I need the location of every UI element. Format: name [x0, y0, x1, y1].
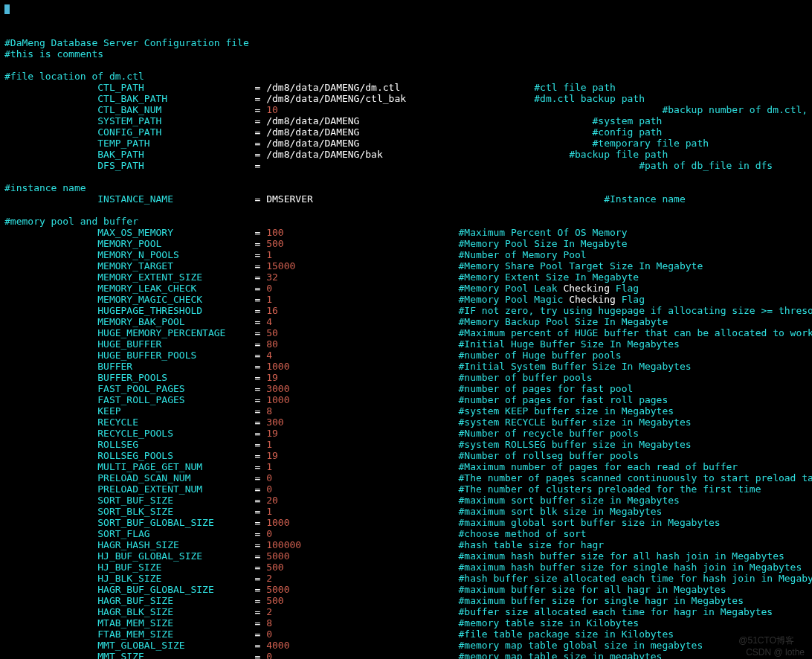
config-row: MTAB_MEM_SIZE = 8 #memory table size in …	[0, 617, 812, 629]
config-row: MULTI_PAGE_GET_NUM = 1 #Maximum number o…	[0, 461, 812, 472]
config-row: MEMORY_EXTENT_SIZE = 32 #Memory Extent S…	[0, 271, 812, 283]
config-row: KEEP = 8 #system KEEP buffer size in Meg…	[0, 405, 812, 417]
config-row: CTL_PATH = /dm8/data/DAMENG/dm.ctl #ctl …	[0, 82, 812, 93]
section-title: #memory pool and buffer	[0, 216, 812, 227]
config-row: HAGR_BLK_SIZE = 2 #buffer size allocated…	[0, 606, 812, 617]
config-row: TEMP_PATH = /dm8/data/DAMENG #temporary …	[0, 138, 812, 149]
config-row: MEMORY_N_POOLS = 1 #Number of Memory Poo…	[0, 249, 812, 260]
config-row: FAST_POOL_PAGES = 3000 #number of pages …	[0, 383, 812, 394]
config-row: ROLLSEG_POOLS = 19 #Number of rollseg bu…	[0, 450, 812, 461]
config-row: BUFFER_POOLS = 19 #number of buffer pool…	[0, 372, 812, 383]
config-row: HAGR_HASH_SIZE = 100000 #hash table size…	[0, 539, 812, 550]
config-row: MEMORY_LEAK_CHECK = 0 #Memory Pool Leak …	[0, 283, 812, 294]
config-row: SORT_BUF_SIZE = 20 #maximum sort buffer …	[0, 495, 812, 506]
config-row: MMT_GLOBAL_SIZE = 4000 #memory map table…	[0, 640, 812, 651]
config-row: MEMORY_BAK_POOL = 4 #Memory Backup Pool …	[0, 316, 812, 327]
config-row: BAK_PATH = /dm8/data/DAMENG/bak #backup …	[0, 149, 812, 160]
config-row: MAX_OS_MEMORY = 100 #Maximum Percent Of …	[0, 227, 812, 238]
watermark-2: CSDN @ lothe	[746, 647, 805, 658]
blank-line	[0, 60, 812, 71]
config-row: SORT_FLAG = 0 #choose method of sort	[0, 528, 812, 539]
config-row: CTL_BAK_PATH = /dm8/data/DAMENG/ctl_bak …	[0, 93, 812, 104]
config-row: HUGE_BUFFER_POOLS = 4 #number of Huge bu…	[0, 350, 812, 361]
config-row: MEMORY_TARGET = 15000 #Memory Share Pool…	[0, 260, 812, 271]
blank-line	[0, 171, 812, 182]
config-row: PRELOAD_EXTENT_NUM = 0 #The number of cl…	[0, 483, 812, 495]
config-row: HUGE_MEMORY_PERCENTAGE = 50 #Maximum per…	[0, 327, 812, 338]
config-row: HJ_BLK_SIZE = 2 #hash buffer size alloca…	[0, 573, 812, 584]
config-row: HJ_BUF_GLOBAL_SIZE = 5000 #maximum hash …	[0, 550, 812, 562]
config-row: BUFFER = 1000 #Initial System Buffer Siz…	[0, 361, 812, 372]
comment-line: #this is comments	[0, 48, 812, 60]
section-title: #instance name	[0, 182, 812, 193]
config-row: HUGE_BUFFER = 80 #Initial Huge Buffer Si…	[0, 338, 812, 350]
config-row: CTL_BAK_NUM = 10 #backup number of dm.ct…	[0, 104, 812, 115]
config-row: MMT_SIZE = 0 #memory map table size in m…	[0, 651, 812, 659]
terminal-screen: #DaMeng Database Server Configuration fi…	[0, 0, 812, 659]
config-row: MEMORY_MAGIC_CHECK = 1 #Memory Pool Magi…	[0, 294, 812, 305]
blank-line	[0, 205, 812, 216]
config-row: CONFIG_PATH = /dm8/data/DAMENG #config p…	[0, 126, 812, 138]
config-row: RECYCLE = 300 #system RECYCLE buffer siz…	[0, 417, 812, 428]
config-row: PRELOAD_SCAN_NUM = 0 #The number of page…	[0, 472, 812, 483]
comment-line: #DaMeng Database Server Configuration fi…	[0, 37, 812, 48]
watermark-1: @51CTO博客	[738, 635, 794, 646]
config-row: HJ_BUF_SIZE = 500 #maximum hash buffer s…	[0, 562, 812, 573]
config-content: #DaMeng Database Server Configuration fi…	[0, 37, 812, 659]
config-row: FAST_ROLL_PAGES = 1000 #number of pages …	[0, 394, 812, 405]
config-row: SYSTEM_PATH = /dm8/data/DAMENG #system p…	[0, 115, 812, 126]
section-title: #file location of dm.ctl	[0, 71, 812, 82]
config-row: DFS_PATH = #path of db_file in dfs	[0, 160, 812, 171]
config-row: SORT_BUF_GLOBAL_SIZE = 1000 #maximum glo…	[0, 517, 812, 528]
config-row: HAGR_BUF_GLOBAL_SIZE = 5000 #maximum buf…	[0, 584, 812, 595]
config-row: INSTANCE_NAME = DMSERVER #Instance name	[0, 193, 812, 205]
config-row: SORT_BLK_SIZE = 1 #maximum sort blk size…	[0, 506, 812, 517]
config-row: MEMORY_POOL = 500 #Memory Pool Size In M…	[0, 238, 812, 249]
config-row: HAGR_BUF_SIZE = 500 #maximum buffer size…	[0, 595, 812, 606]
config-row: FTAB_MEM_SIZE = 0 #file table package si…	[0, 629, 812, 640]
config-row: HUGEPAGE_THRESHOLD = 16 #IF not zero, tr…	[0, 305, 812, 316]
config-row: ROLLSEG = 1 #system ROLLSEG buffer size …	[0, 439, 812, 450]
config-row: RECYCLE_POOLS = 19 #Number of recycle bu…	[0, 428, 812, 439]
cursor-icon	[4, 4, 10, 14]
